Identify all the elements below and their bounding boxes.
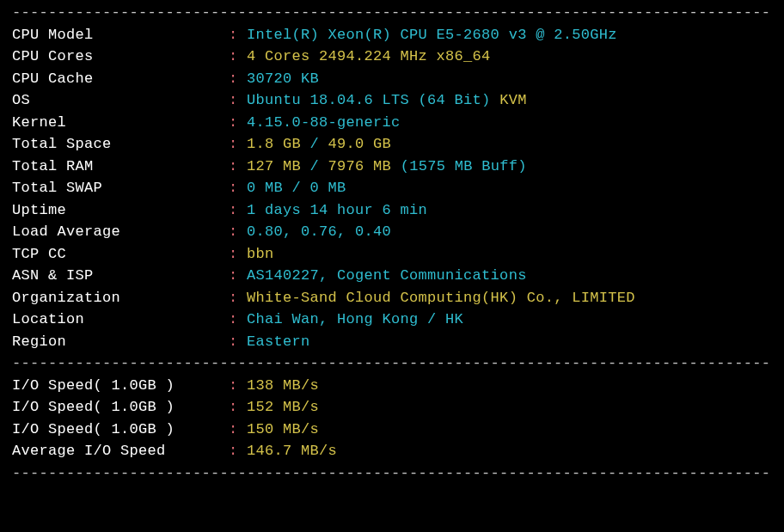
info-label: Total SWAP — [12, 180, 229, 196]
colon-separator: : — [229, 202, 238, 218]
info-value: Ubuntu 18.04.6 LTS (64 Bit) — [247, 92, 499, 108]
colon-separator: : — [229, 333, 238, 350]
info-value: 0.80, 0.76, 0.40 — [247, 223, 391, 240]
io-row: I/O Speed( 1.0GB ) : 152 MB/s — [12, 396, 772, 419]
colon-separator: : — [229, 421, 238, 437]
info-label: Organization — [12, 290, 229, 306]
info-value: bbn — [247, 246, 274, 262]
io-label: I/O Speed( 1.0GB ) — [12, 377, 229, 394]
io-row: Average I/O Speed : 146.7 MB/s — [12, 440, 772, 462]
info-row: OS : Ubuntu 18.04.6 LTS (64 Bit) KVM — [12, 89, 772, 112]
info-label: OS — [12, 92, 229, 108]
io-block: I/O Speed( 1.0GB ) : 138 MB/sI/O Speed( … — [12, 375, 772, 462]
colon-separator: : — [229, 114, 238, 131]
colon-separator: : — [229, 290, 238, 306]
colon-separator: : — [229, 399, 238, 415]
info-value: / — [310, 158, 328, 174]
info-row: Organization : White-Sand Cloud Computin… — [12, 287, 772, 309]
io-value: 146.7 MB/s — [247, 443, 337, 459]
info-row: CPU Cache : 30720 KB — [12, 68, 772, 90]
info-row: ASN & ISP : AS140227, Cogent Communicati… — [12, 265, 772, 287]
io-value: 152 MB/s — [247, 399, 319, 415]
info-value: 1 days 14 hour 6 min — [247, 202, 427, 218]
info-label: Location — [12, 311, 229, 327]
colon-separator: : — [229, 223, 238, 240]
info-label: ASN & ISP — [12, 267, 229, 284]
info-label: CPU Cores — [12, 48, 229, 64]
info-row: CPU Model : Intel(R) Xeon(R) CPU E5-2680… — [12, 24, 772, 46]
divider-top: ----------------------------------------… — [12, 2, 772, 24]
info-value: Intel(R) Xeon(R) CPU E5-2680 v3 @ 2.50GH… — [247, 27, 617, 43]
info-row: Total Space : 1.8 GB / 49.0 GB — [12, 133, 772, 156]
divider-bottom: ----------------------------------------… — [12, 462, 772, 485]
sysinfo-block: CPU Model : Intel(R) Xeon(R) CPU E5-2680… — [12, 24, 772, 353]
colon-separator: : — [229, 158, 238, 174]
io-value: 138 MB/s — [247, 377, 319, 394]
info-row: Load Average : 0.80, 0.76, 0.40 — [12, 221, 772, 243]
info-label: TCP CC — [12, 246, 229, 262]
info-label: Load Average — [12, 223, 229, 240]
info-label: Kernel — [12, 114, 229, 131]
colon-separator: : — [229, 27, 238, 43]
colon-separator: : — [229, 136, 238, 152]
colon-separator: : — [229, 267, 238, 284]
io-row: I/O Speed( 1.0GB ) : 138 MB/s — [12, 375, 772, 397]
colon-separator: : — [229, 443, 238, 459]
info-value: White-Sand Cloud Computing(HK) Co., LIMI… — [247, 290, 635, 306]
info-label: Region — [12, 333, 229, 350]
info-value: Chai Wan, Hong Kong / HK — [247, 311, 463, 327]
info-row: CPU Cores : 4 Cores 2494.224 MHz x86_64 — [12, 46, 772, 68]
colon-separator: : — [229, 48, 238, 64]
info-value: 7976 MB — [328, 158, 401, 174]
info-value: Eastern — [247, 333, 310, 350]
info-value: AS140227, Cogent Communications — [247, 267, 527, 284]
terminal-output: ----------------------------------------… — [0, 0, 784, 486]
info-value: / — [310, 136, 328, 152]
info-value: 49.0 GB — [328, 136, 392, 152]
info-row: Total RAM : 127 MB / 7976 MB (1575 MB Bu… — [12, 156, 772, 178]
info-row: TCP CC : bbn — [12, 243, 772, 266]
colon-separator: : — [229, 70, 238, 87]
io-row: I/O Speed( 1.0GB ) : 150 MB/s — [12, 419, 772, 441]
colon-separator: : — [229, 180, 238, 196]
info-row: Region : Eastern — [12, 331, 772, 353]
info-label: CPU Model — [12, 27, 229, 43]
info-row: Total SWAP : 0 MB / 0 MB — [12, 177, 772, 199]
info-label: Total RAM — [12, 158, 229, 174]
info-value: 0 MB / 0 MB — [247, 180, 346, 196]
info-value: 4.15.0-88-generic — [247, 114, 401, 131]
info-value: 4 Cores 2494.224 MHz x86_64 — [247, 48, 491, 64]
info-row: Kernel : 4.15.0-88-generic — [12, 112, 772, 134]
io-label: Average I/O Speed — [12, 443, 229, 459]
info-label: Total Space — [12, 136, 229, 152]
info-value: 30720 KB — [247, 70, 319, 87]
divider-mid: ----------------------------------------… — [12, 352, 772, 375]
info-row: Location : Chai Wan, Hong Kong / HK — [12, 309, 772, 331]
colon-separator: : — [229, 92, 238, 108]
colon-separator: : — [229, 377, 238, 394]
info-label: CPU Cache — [12, 70, 229, 87]
info-value: KVM — [499, 92, 527, 108]
colon-separator: : — [229, 311, 238, 327]
info-value: 1.8 GB — [247, 136, 310, 152]
info-row: Uptime : 1 days 14 hour 6 min — [12, 199, 772, 222]
colon-separator: : — [229, 246, 238, 262]
info-value: (1575 MB Buff) — [401, 158, 527, 174]
info-label: Uptime — [12, 202, 229, 218]
info-value: 127 MB — [247, 158, 310, 174]
io-value: 150 MB/s — [247, 421, 319, 437]
io-label: I/O Speed( 1.0GB ) — [12, 421, 229, 437]
io-label: I/O Speed( 1.0GB ) — [12, 399, 229, 415]
